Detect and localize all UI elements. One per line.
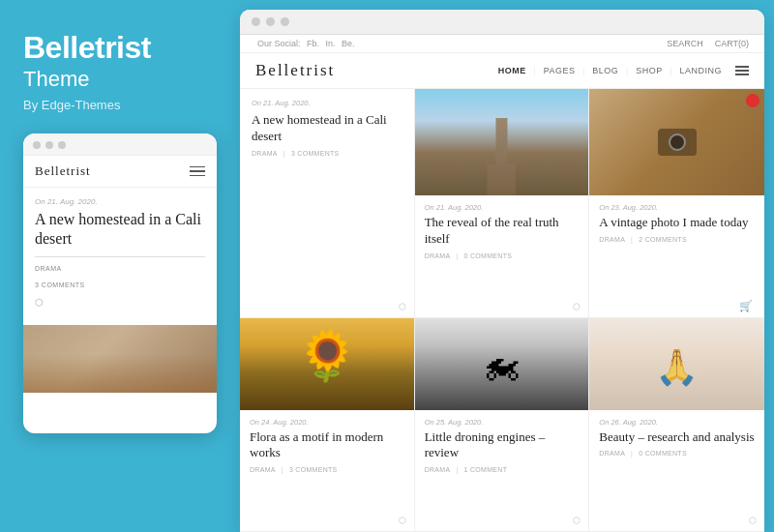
article-4-comments[interactable]: 3 Comments (289, 466, 338, 473)
nav-blog[interactable]: BLOG (586, 64, 624, 77)
social-links: Our Social: Fb. In. Be. (255, 39, 357, 48)
article-5-content: On 25. Aug. 2020. Little droning engines… (415, 410, 589, 480)
article-6-content: On 26. Aug. 2020. Beauty – research and … (589, 410, 764, 463)
notification-dot (746, 94, 759, 107)
browser-dot-yellow (266, 17, 275, 26)
mobile-browser-dots (23, 133, 217, 156)
article-6-comments[interactable]: 0 Comments (639, 450, 687, 457)
article-5-meta: Drama | 1 Comment (425, 466, 580, 473)
article-4-date: On 24. Aug. 2020. (250, 418, 404, 427)
theme-subtitle: Theme (23, 67, 217, 92)
mobile-dot-3 (58, 141, 66, 149)
nav-shop[interactable]: SHOP (630, 64, 669, 77)
site-actions: SEARCH CART(0) (667, 39, 749, 48)
blog-article-3: On 23. Aug. 2020. A vintage photo I made… (589, 89, 764, 318)
mobile-article-content: On 21. Aug. 2020. A new homestead in a C… (23, 188, 217, 317)
nav-landing[interactable]: LANDING (673, 64, 728, 77)
article-5-date: On 25. Aug. 2020. (425, 418, 580, 427)
blog-article-5: On 25. Aug. 2020. Little droning engines… (415, 318, 590, 533)
article-6-meta: Drama | 0 Comments (599, 450, 755, 457)
browser-dot-green (281, 17, 289, 26)
camera-lens (669, 133, 686, 151)
article-2-tag[interactable]: Drama (425, 252, 451, 259)
mobile-dot-2 (45, 141, 53, 149)
mobile-article-tag: Drama (35, 265, 205, 272)
article-1-comments[interactable]: 3 Comments (291, 150, 340, 157)
mobile-article-date: On 21. Aug. 2020. (35, 197, 205, 206)
article-6-date: On 26. Aug. 2020. (599, 418, 755, 427)
mobile-article-title: A new homestead in a Cali desert (35, 210, 205, 249)
article-4-share-icon[interactable]: ⬡ (399, 516, 406, 525)
article-3-title[interactable]: A vintage photo I made today (599, 215, 755, 231)
site-header: Belletrist HOME | PAGES | BLOG | SHOP | … (240, 53, 764, 89)
nav-pages[interactable]: PAGES (538, 64, 581, 77)
article-4-meta: Drama | 3 Comments (250, 466, 404, 473)
blog-article-2: On 21. Aug. 2020. The reveal of the real… (415, 89, 590, 318)
article-3-image (589, 89, 764, 195)
article-3-meta: Drama | 2 Comments (599, 236, 755, 243)
left-panel: Belletrist Theme By Edge-Themes Belletri… (0, 0, 240, 532)
mobile-article-comments: 3 Comments (35, 281, 85, 288)
article-1-tag[interactable]: Drama (252, 150, 278, 157)
social-fb[interactable]: Fb. (307, 39, 319, 48)
mobile-article-image (23, 325, 217, 393)
article-3-content: On 23. Aug. 2020. A vintage photo I made… (589, 195, 764, 249)
theme-title: Belletrist (23, 31, 217, 65)
nav-hamburger-icon[interactable] (735, 66, 749, 75)
mobile-share-icon[interactable]: ⬡ (35, 297, 205, 308)
mobile-dot-1 (33, 141, 41, 149)
article-1-content: On 21. Aug. 2020. A new homestead in a C… (240, 89, 414, 166)
mobile-hamburger-icon[interactable] (190, 166, 205, 177)
mobile-logo: Belletrist (35, 163, 91, 179)
article-2-date: On 21. Aug. 2020. (425, 203, 580, 212)
article-4-image (240, 318, 414, 410)
article-4-title[interactable]: Flora as a motif in modern works (250, 429, 404, 462)
article-6-image (589, 318, 764, 410)
article-2-image (415, 89, 589, 195)
article-5-title[interactable]: Little droning engines – review (425, 429, 580, 462)
site-topbar: Our Social: Fb. In. Be. SEARCH CART(0) (240, 35, 764, 53)
browser-dot-red (252, 17, 260, 26)
article-2-meta: Drama | 0 Comments (425, 252, 580, 259)
theme-byline: By Edge-Themes (23, 98, 217, 112)
article-6-title[interactable]: Beauty – research and analysis (599, 429, 755, 446)
article-2-comments[interactable]: 0 Comments (464, 252, 513, 259)
blog-article-6: On 26. Aug. 2020. Beauty – research and … (589, 318, 764, 533)
article-5-comments[interactable]: 1 Comment (464, 466, 508, 473)
cart-icon[interactable]: 🛒 (739, 300, 753, 312)
article-3-date: On 23. Aug. 2020. (599, 203, 755, 212)
article-2-content: On 21. Aug. 2020. The reveal of the real… (415, 195, 589, 265)
article-1-meta: Drama | 3 Comments (252, 150, 402, 157)
mobile-divider (35, 256, 205, 257)
blog-grid: On 21. Aug. 2020. A new homestead in a C… (240, 89, 764, 532)
article-3-comments[interactable]: 2 Comments (639, 236, 687, 243)
article-6-share-icon[interactable]: ⬡ (749, 516, 757, 525)
desktop-mockup: Our Social: Fb. In. Be. SEARCH CART(0) B… (240, 10, 764, 532)
article-2-title[interactable]: The reveal of the real truth itself (425, 215, 580, 248)
article-2-share-icon[interactable]: ⬡ (573, 302, 580, 311)
blog-article-1: On 21. Aug. 2020. A new homestead in a C… (240, 89, 415, 318)
article-5-tag[interactable]: Drama (425, 466, 451, 473)
article-4-tag[interactable]: Drama (250, 466, 276, 473)
social-be[interactable]: Be. (342, 39, 355, 48)
site-nav: HOME | PAGES | BLOG | SHOP | LANDING (492, 64, 749, 77)
mobile-mockup: Belletrist On 21. Aug. 2020. A new homes… (23, 133, 217, 433)
article-5-image (415, 318, 589, 410)
nav-home[interactable]: HOME (492, 64, 532, 77)
article-6-tag[interactable]: Drama (599, 450, 625, 457)
browser-chrome (240, 10, 764, 35)
article-3-tag[interactable]: Drama (599, 236, 625, 243)
article-4-content: On 24. Aug. 2020. Flora as a motif in mo… (240, 410, 414, 480)
site-logo[interactable]: Belletrist (255, 61, 335, 80)
mobile-nav: Belletrist (23, 156, 217, 188)
article-1-share-icon[interactable]: ⬡ (399, 302, 406, 311)
article-1-title[interactable]: A new homestead in a Cali desert (252, 112, 402, 145)
blog-article-4: On 24. Aug. 2020. Flora as a motif in mo… (240, 318, 415, 533)
social-in[interactable]: In. (326, 39, 336, 48)
cart-action[interactable]: CART(0) (715, 39, 749, 48)
article-5-share-icon[interactable]: ⬡ (573, 516, 580, 525)
article-1-date: On 21. Aug. 2020. (252, 99, 402, 107)
search-action[interactable]: SEARCH (667, 39, 703, 48)
social-label: Our Social: (257, 39, 301, 48)
